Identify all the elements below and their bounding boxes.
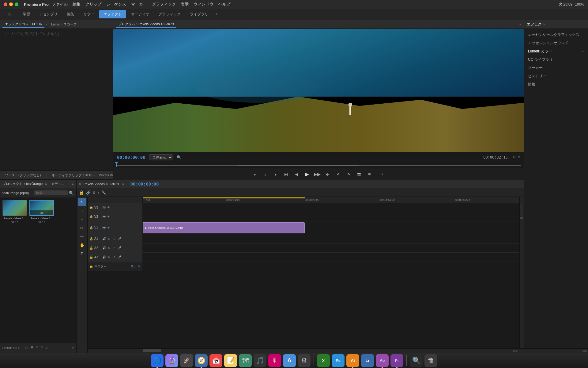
project-search-input[interactable] <box>34 190 68 195</box>
menu-marker[interactable]: マーカー <box>131 2 147 7</box>
audio-icon-a1[interactable]: 🔊 <box>102 237 106 240</box>
tab-learning[interactable]: 学習 <box>18 10 34 18</box>
effects-item-cc-library[interactable]: CC ライブラリ <box>524 56 588 64</box>
tab-program-monitor[interactable]: プログラム：Pexels Videos 1823079 <box>116 21 176 28</box>
dock-premiere[interactable]: Pr <box>390 354 403 367</box>
eye-icon-v2[interactable]: 👁 <box>107 215 110 218</box>
minimize-button[interactable] <box>9 2 13 6</box>
master-volume[interactable]: 0.0 <box>131 265 135 268</box>
tab-editing[interactable]: 編集 <box>62 10 78 18</box>
lumetri-menu-icon[interactable]: ≡ <box>582 50 584 53</box>
step-forward-button[interactable]: ▶▶ <box>313 170 321 178</box>
dock-photoshop[interactable]: Ps <box>332 354 345 367</box>
dock-music[interactable]: 🎵 <box>254 354 266 367</box>
effects-item-history[interactable]: ヒストリー <box>524 72 588 80</box>
mute-btn-a3[interactable]: M <box>107 255 111 259</box>
dock-trash[interactable]: 🗑 <box>424 354 437 367</box>
lock-icon-v2[interactable]: 🔒 <box>89 215 93 218</box>
mic-icon-a3[interactable]: 🎤 <box>118 255 121 259</box>
overwrite-button[interactable]: ⬊ <box>345 170 352 178</box>
grid-view-icon[interactable]: ⊞ <box>36 346 39 350</box>
track-select-tool[interactable]: → <box>78 207 86 215</box>
timeline-vertical-scrollbar[interactable] <box>519 203 524 348</box>
mic-icon-a2[interactable]: 🎤 <box>118 246 121 250</box>
menu-help[interactable]: ヘルプ <box>218 2 230 7</box>
menu-sequence[interactable]: シーケンス <box>106 2 126 7</box>
settings-button[interactable]: ⊞ <box>365 170 373 178</box>
effects-item-marker[interactable]: マーカー <box>524 64 588 72</box>
zoom-slider[interactable]: ○──── <box>45 346 58 350</box>
dock-appstore[interactable]: A <box>283 354 296 367</box>
timeline-timecode[interactable]: 00:00:00:00 <box>130 182 159 186</box>
tab-effect-control[interactable]: エフェクトコントロール <box>2 21 44 28</box>
camera-icon-v3[interactable]: 📷 <box>102 206 106 209</box>
ruler-marks-area[interactable]: -:00 00:00:14:23 00:00:29:23 00:00:44:22… <box>143 197 519 203</box>
monitor-scrubber[interactable] <box>113 162 524 168</box>
view-mode-dropdown[interactable]: 全体表示 <box>149 154 173 160</box>
window-controls[interactable] <box>4 2 18 6</box>
pen-tool[interactable]: ✏ <box>78 232 86 240</box>
project-footer-settings[interactable]: ≡ <box>72 346 74 350</box>
linked-icon[interactable]: 🔗 <box>86 190 91 195</box>
razor-tool[interactable]: ✂ <box>78 224 86 232</box>
tab-assembly[interactable]: アセンブリ <box>35 10 62 18</box>
dock-preferences[interactable]: ⚙ <box>298 354 311 367</box>
effects-item-lumetri[interactable]: Lumetri カラー ≡ <box>524 47 588 56</box>
dock-calendar[interactable]: 📅 <box>209 354 222 367</box>
timecode-current[interactable]: 00:00:00:00 <box>117 155 145 160</box>
dock-finder2[interactable]: 🔍 <box>410 354 423 367</box>
effects-item-essential-graphics[interactable]: エッセンシャルグラフィックス <box>524 31 588 39</box>
timeline-close-icon[interactable]: × <box>79 182 81 186</box>
scrollbar-handle[interactable] <box>520 217 523 219</box>
maximize-button[interactable] <box>15 2 18 6</box>
tab-source[interactable]: ソース：(クリップなし) <box>2 172 43 178</box>
home-icon[interactable]: ⌂ <box>5 10 13 19</box>
audio-icon-a2[interactable]: 🔊 <box>102 246 106 250</box>
list-view-icon[interactable]: ☰ <box>30 346 34 350</box>
eye-icon-v3[interactable]: 👁 <box>107 206 110 209</box>
snap-icon[interactable]: 🔒 <box>79 190 84 195</box>
h-scrollbar-handle[interactable] <box>143 349 161 352</box>
lock-icon-v3[interactable]: 🔒 <box>89 206 93 209</box>
macos-menu[interactable]: ファイル 編集 クリップ シーケンス マーカー グラフィック 表示 ウィンドウ … <box>52 2 230 7</box>
selection-tool[interactable]: ↖ <box>78 198 86 206</box>
menu-clip[interactable]: クリップ <box>85 2 101 7</box>
clip-thumbnail-1[interactable]: Pexels Videos 1... 32:15 <box>2 200 27 340</box>
metadata-view-icon[interactable]: ⊟ <box>40 346 43 350</box>
camera-icon-v1[interactable]: 📷 <box>102 226 106 229</box>
dock-siri[interactable]: 🔮 <box>165 354 178 367</box>
menu-graphics[interactable]: グラフィック <box>152 2 176 7</box>
go-to-out-button[interactable]: ⏭ <box>324 170 332 178</box>
dock-podcasts[interactable]: 🎙 <box>268 354 281 367</box>
dock-notes[interactable]: 📝 <box>224 354 237 367</box>
lock-icon-a1[interactable]: 🔒 <box>89 237 93 240</box>
marker-add-icon[interactable]: ⬦ <box>97 190 100 195</box>
mute-btn-a1[interactable]: M <box>107 237 111 241</box>
tab-graphics[interactable]: グラフィック <box>154 10 185 18</box>
go-to-in-button[interactable]: ⏮ <box>282 170 290 178</box>
clip-thumbnail-2[interactable]: ▤ Pexels Videos 1... 32:15 <box>29 200 54 340</box>
lock-icon-a2[interactable]: 🔒 <box>89 246 93 250</box>
audio-icon-a3[interactable]: 🔊 <box>102 255 106 259</box>
camera-icon-v2[interactable]: 📷 <box>102 215 106 218</box>
new-item-icon[interactable]: ⊕ <box>25 346 28 350</box>
project-more-icon[interactable]: » <box>72 182 74 186</box>
dock-lightroom[interactable]: Lr <box>361 354 374 367</box>
lock-icon-a3[interactable]: 🔒 <box>89 255 93 259</box>
menu-window[interactable]: ウィンドウ <box>194 2 213 7</box>
effects-item-essential-sound[interactable]: エッセンシャルサウンド <box>524 39 588 47</box>
program-monitor-menu-icon[interactable]: ≡ <box>519 23 521 26</box>
solo-btn-a1[interactable]: S <box>113 237 116 241</box>
tab-library[interactable]: ライブラリ <box>186 10 213 18</box>
tab-media[interactable]: メディ... <box>51 182 64 186</box>
scrollbar-handle-top[interactable] <box>520 204 523 216</box>
mute-btn-a2[interactable]: M <box>107 246 111 250</box>
dock-launchpad[interactable]: 🚀 <box>180 354 193 367</box>
tab-effects[interactable]: エフェクト <box>99 10 126 18</box>
zoom-icon[interactable]: 🔍 <box>177 155 181 159</box>
step-back-button[interactable]: ◀ <box>292 170 300 178</box>
tab-audio[interactable]: オーディオ <box>127 10 154 18</box>
dock-aftereffects[interactable]: Ae <box>376 354 389 367</box>
solo-btn-a2[interactable]: S <box>113 246 116 250</box>
dock-maps[interactable]: 🗺 <box>239 354 252 367</box>
